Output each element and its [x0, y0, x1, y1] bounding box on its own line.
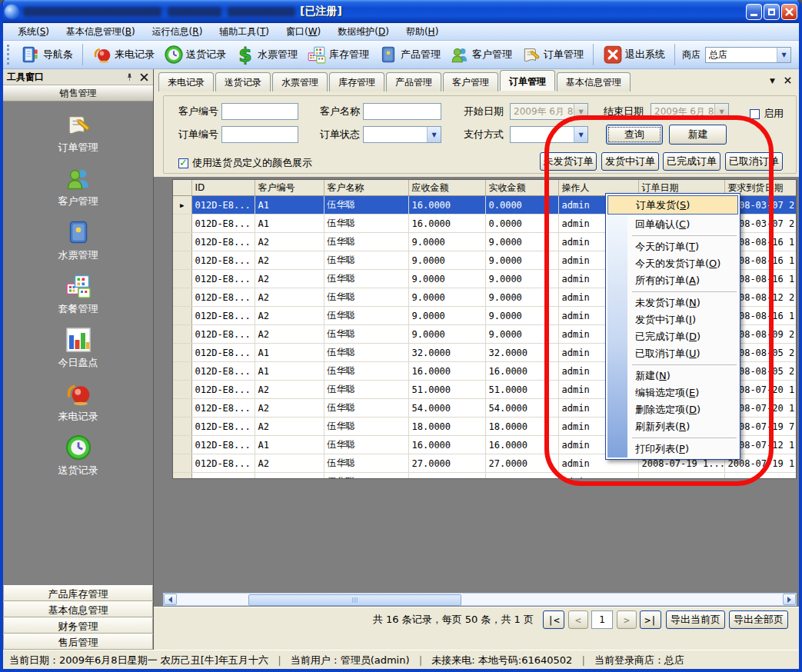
start-date-picker[interactable]: 2009年 6月 8日▼ [510, 103, 588, 120]
context-menu-item[interactable]: 今天的发货订单(O) [607, 255, 738, 272]
menu-item[interactable]: 窗口(W) [278, 24, 329, 40]
sidebar-section-header[interactable]: 财务管理 [3, 617, 153, 634]
row-selector-cell[interactable] [173, 418, 191, 436]
first-page-button[interactable]: |< [543, 610, 564, 629]
tab-item[interactable]: 来电记录 [158, 72, 214, 91]
status-filter-button[interactable]: 发货中订单 [601, 152, 659, 171]
column-header[interactable]: 实收金额 [485, 180, 558, 196]
row-selector-cell[interactable] [173, 251, 191, 270]
row-selector-cell[interactable]: ▶ [173, 196, 191, 215]
close-button[interactable] [781, 4, 797, 20]
tab-item[interactable]: 送货记录 [215, 72, 271, 91]
menu-item[interactable]: 基本信息管理(B) [58, 24, 144, 40]
toolbar-button[interactable]: 来电记录 [88, 43, 158, 66]
row-selector-cell[interactable] [173, 270, 191, 288]
row-selector-cell[interactable] [173, 381, 191, 399]
close-panel-icon[interactable] [139, 72, 149, 82]
query-button[interactable]: 查询 [606, 125, 663, 145]
maximize-button[interactable] [764, 4, 780, 20]
context-menu-item[interactable]: 订单发货(S) [607, 195, 738, 215]
customer-no-input[interactable] [221, 103, 298, 120]
context-menu-item[interactable]: 已取消订单(U) [607, 345, 738, 362]
table-row[interactable]: 012D-E8...A2伍华聪24.000024.0000admin2008-0… [173, 473, 797, 480]
horizontal-scrollbar[interactable] [163, 593, 797, 606]
context-menu-item[interactable]: 删除选定项(D) [607, 401, 738, 418]
pin-icon[interactable] [125, 72, 135, 82]
context-menu-item[interactable]: 刷新列表(R) [607, 418, 738, 435]
toolbar-button[interactable]: 客户管理 [446, 43, 516, 66]
status-filter-button[interactable]: 已取消订单 [725, 152, 783, 171]
minimize-button[interactable] [746, 4, 762, 20]
menu-item[interactable]: 系统(S) [9, 24, 58, 40]
context-menu-item[interactable]: 今天的订单(T) [607, 238, 738, 255]
export-current-page-button[interactable]: 导出当前页 [666, 610, 725, 629]
tab-active[interactable]: 订单管理 [500, 70, 555, 91]
sidebar-item[interactable]: 今日盘点 [58, 326, 98, 370]
customer-name-input[interactable] [363, 103, 441, 120]
order-status-select[interactable]: ▼ [363, 126, 441, 143]
menu-item[interactable]: 数据维护(D) [329, 24, 398, 40]
new-button[interactable]: 新建 [669, 125, 727, 145]
tab-item[interactable]: 库存管理 [329, 72, 384, 91]
column-header[interactable]: ID [191, 180, 255, 196]
sidebar-item[interactable]: 客户管理 [58, 165, 98, 208]
toolbar-button[interactable]: 退出系统 [599, 43, 669, 66]
chevron-down-icon[interactable]: ▼ [714, 104, 728, 119]
next-page-button[interactable]: > [617, 610, 637, 629]
context-menu-item[interactable]: 发货中订单(I) [607, 311, 738, 328]
row-selector-cell[interactable] [173, 473, 191, 480]
status-filter-button[interactable]: 已完成订单 [663, 152, 720, 171]
toolbar-button[interactable]: $水票管理 [231, 43, 301, 66]
chevron-down-icon[interactable]: ▼ [574, 127, 587, 142]
prev-page-button[interactable]: < [568, 610, 588, 629]
context-menu-item[interactable]: 打印列表(P) [607, 441, 738, 457]
sidebar-item[interactable]: 送货记录 [58, 434, 98, 477]
toolbar-grip[interactable] [7, 45, 12, 65]
scroll-right-icon[interactable] [783, 594, 796, 605]
row-selector-cell[interactable] [173, 288, 191, 307]
column-header[interactable]: 客户编号 [255, 180, 324, 196]
chevron-down-icon[interactable]: ▼ [574, 104, 587, 119]
export-all-pages-button[interactable]: 导出全部页 [729, 610, 788, 629]
tab-item[interactable]: 产品管理 [386, 72, 441, 91]
row-selector-cell[interactable] [173, 215, 191, 233]
deliveryman-color-checkbox[interactable] [178, 158, 188, 168]
row-selector-cell[interactable] [173, 436, 191, 454]
last-page-button[interactable]: >| [640, 610, 661, 629]
row-selector-cell[interactable] [173, 344, 191, 362]
page-number-input[interactable] [591, 610, 613, 629]
toolbar-button[interactable]: 订单管理 [517, 43, 587, 66]
row-selector-cell[interactable] [173, 454, 191, 473]
tab-item[interactable]: 客户管理 [443, 72, 498, 91]
sidebar-section-header[interactable]: 售后管理 [3, 634, 153, 650]
scroll-left-icon[interactable] [164, 594, 177, 605]
sidebar-item[interactable]: 水票管理 [58, 218, 98, 262]
context-menu-item[interactable]: 已完成订单(D) [607, 328, 738, 345]
toolbar-button[interactable]: 库存管理 [303, 43, 373, 66]
sidebar-section-header[interactable]: 基本信息管理 [3, 601, 153, 617]
enable-checkbox[interactable] [750, 109, 760, 119]
sidebar-item[interactable]: 套餐管理 [58, 272, 98, 316]
tab-close-icon[interactable] [784, 75, 791, 86]
sidebar-item[interactable]: 订单管理 [58, 111, 98, 155]
toolbar-button[interactable]: 送货记录 [160, 43, 230, 66]
sidebar-section-header[interactable]: 产品库存管理 [3, 585, 153, 601]
toolbar-button[interactable]: 导航条 [17, 43, 77, 66]
row-selector-cell[interactable] [173, 399, 191, 418]
context-menu-item[interactable]: 所有的订单(A) [607, 272, 738, 289]
sidebar-section-sales[interactable]: 销售管理 [3, 85, 153, 101]
menu-item[interactable]: 运行信息(R) [144, 24, 211, 40]
context-menu-item[interactable]: 回单确认(C) [607, 216, 738, 233]
shop-select[interactable]: 总店 ▼ [705, 47, 791, 63]
payment-select[interactable]: ▼ [510, 126, 588, 143]
order-no-input[interactable] [221, 126, 298, 143]
row-selector-cell[interactable] [173, 233, 191, 251]
scrollbar-thumb[interactable] [248, 594, 461, 606]
chevron-down-icon[interactable]: ▼ [427, 127, 441, 142]
row-selector-cell[interactable] [173, 362, 191, 381]
sidebar-item[interactable]: 来电记录 [58, 380, 98, 424]
column-header[interactable]: 应收金额 [408, 180, 485, 196]
toolbar-button[interactable]: 产品管理 [374, 43, 444, 66]
row-selector-cell[interactable] [173, 307, 191, 325]
tab-scroll-icon[interactable]: ▼ [770, 77, 775, 85]
